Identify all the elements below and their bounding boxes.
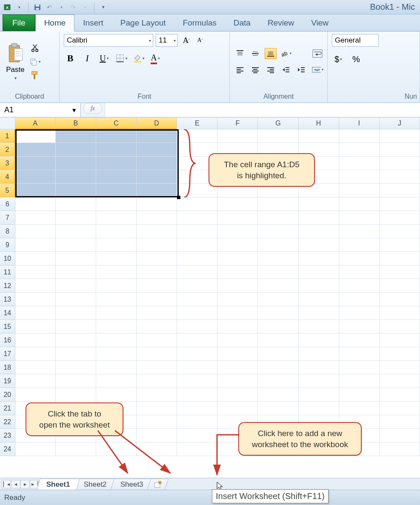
cell[interactable] — [15, 225, 56, 238]
row-header[interactable]: 2 — [0, 143, 15, 157]
cell[interactable] — [15, 374, 56, 388]
row-header[interactable]: 24 — [0, 442, 15, 456]
row-header[interactable]: 21 — [0, 402, 15, 415]
row-header[interactable]: 20 — [0, 388, 15, 402]
cell[interactable] — [380, 252, 420, 265]
cell[interactable] — [96, 320, 137, 334]
undo-dropdown-icon[interactable]: ▾ — [57, 3, 66, 12]
cell[interactable] — [96, 238, 137, 252]
cell[interactable] — [137, 402, 177, 415]
redo-dropdown-icon[interactable]: ▾ — [80, 3, 90, 12]
cell[interactable] — [217, 374, 258, 388]
cell[interactable] — [299, 225, 339, 238]
row-header[interactable]: 11 — [0, 265, 15, 279]
cell[interactable] — [56, 306, 96, 320]
cell[interactable] — [15, 197, 56, 211]
cell[interactable] — [217, 361, 258, 374]
cell[interactable] — [258, 279, 298, 293]
cell[interactable] — [137, 334, 177, 347]
cell[interactable] — [299, 197, 339, 211]
cell[interactable] — [96, 374, 137, 388]
row-header[interactable]: 17 — [0, 347, 15, 361]
cell[interactable] — [15, 442, 56, 456]
cell[interactable] — [177, 415, 217, 429]
cell[interactable] — [217, 197, 258, 211]
cell[interactable] — [339, 170, 380, 184]
save-icon[interactable] — [33, 3, 42, 12]
cell[interactable] — [380, 320, 420, 334]
cell[interactable] — [15, 293, 56, 306]
cell[interactable] — [56, 265, 96, 279]
cell[interactable] — [137, 225, 177, 238]
cell[interactable] — [137, 442, 177, 456]
paste-button[interactable]: Paste ▾ — [4, 43, 26, 80]
undo-icon[interactable]: ↶ — [45, 3, 54, 12]
cell[interactable] — [299, 402, 339, 415]
row-header[interactable]: 10 — [0, 252, 15, 265]
align-left-icon[interactable] — [234, 64, 246, 75]
cell[interactable] — [56, 347, 96, 361]
cell[interactable] — [177, 334, 217, 347]
fx-insert-function-icon[interactable]: fx — [83, 103, 102, 114]
cell[interactable] — [258, 374, 298, 388]
bold-button[interactable]: B — [64, 52, 77, 65]
row-header[interactable]: 4 — [0, 170, 15, 184]
excel-app-icon[interactable]: X — [3, 3, 12, 12]
cell[interactable] — [217, 129, 258, 143]
increase-indent-icon[interactable] — [295, 64, 307, 75]
italic-button[interactable]: I — [81, 52, 94, 65]
cell[interactable] — [380, 334, 420, 347]
cell[interactable] — [380, 306, 420, 320]
cell[interactable] — [380, 388, 420, 402]
cell[interactable] — [96, 361, 137, 374]
cell[interactable] — [380, 442, 420, 456]
cell[interactable] — [339, 211, 380, 225]
cell[interactable] — [380, 265, 420, 279]
cell[interactable] — [177, 293, 217, 306]
percent-style-icon[interactable]: % — [350, 53, 363, 66]
tab-home[interactable]: Home — [35, 14, 75, 31]
cell[interactable] — [258, 361, 298, 374]
cell[interactable] — [177, 306, 217, 320]
cell[interactable] — [56, 334, 96, 347]
cell[interactable] — [258, 388, 298, 402]
cell[interactable] — [299, 361, 339, 374]
cell[interactable] — [339, 320, 380, 334]
tab-data[interactable]: Data — [225, 15, 259, 31]
row-header[interactable]: 16 — [0, 334, 15, 347]
row-header[interactable]: 1 — [0, 129, 15, 143]
cell[interactable] — [56, 170, 96, 184]
cell[interactable] — [380, 415, 420, 429]
cell[interactable] — [137, 361, 177, 374]
cell[interactable] — [15, 265, 56, 279]
cell[interactable] — [56, 252, 96, 265]
column-header[interactable]: G — [258, 117, 298, 129]
cell[interactable] — [339, 374, 380, 388]
font-size-combo[interactable]: 11▾ — [156, 34, 178, 47]
cell[interactable] — [96, 293, 137, 306]
cell[interactable] — [299, 347, 339, 361]
cell[interactable] — [15, 211, 56, 225]
cell[interactable] — [137, 252, 177, 265]
cell[interactable] — [56, 320, 96, 334]
cell[interactable] — [299, 293, 339, 306]
font-color-icon[interactable]: A▾ — [149, 52, 162, 65]
cell[interactable] — [177, 361, 217, 374]
cell[interactable] — [339, 252, 380, 265]
column-header[interactable]: A — [15, 117, 56, 129]
name-box[interactable]: A1▼ — [0, 103, 81, 117]
merge-center-icon[interactable]: a▾ — [311, 64, 323, 75]
cell[interactable] — [96, 143, 137, 157]
cell[interactable] — [137, 306, 177, 320]
cell[interactable] — [15, 320, 56, 334]
cell[interactable] — [177, 442, 217, 456]
cell[interactable] — [56, 442, 96, 456]
increase-font-icon[interactable]: Aˆ — [180, 34, 192, 46]
cell[interactable] — [299, 129, 339, 143]
cell[interactable] — [258, 225, 298, 238]
row-header[interactable]: 7 — [0, 211, 15, 225]
cell[interactable] — [15, 279, 56, 293]
column-header[interactable]: B — [56, 117, 96, 129]
cell[interactable] — [339, 334, 380, 347]
cell[interactable] — [56, 374, 96, 388]
